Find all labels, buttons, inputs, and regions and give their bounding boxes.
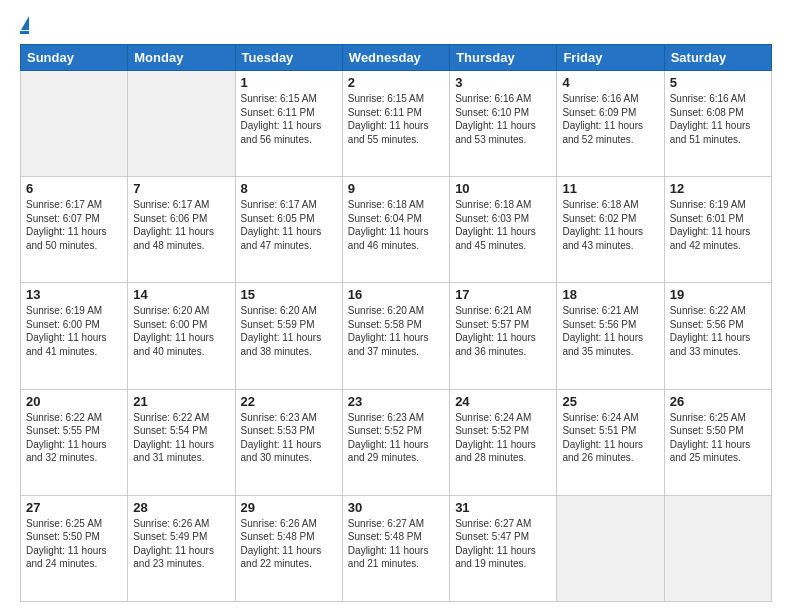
day-number: 30 [348,500,444,515]
calendar-weekday-tuesday: Tuesday [235,45,342,71]
calendar-week-row-3: 13Sunrise: 6:19 AM Sunset: 6:00 PM Dayli… [21,283,772,389]
day-info: Sunrise: 6:17 AM Sunset: 6:07 PM Dayligh… [26,198,122,252]
calendar-table: SundayMondayTuesdayWednesdayThursdayFrid… [20,44,772,602]
calendar-cell-4-4: 23Sunrise: 6:23 AM Sunset: 5:52 PM Dayli… [342,389,449,495]
day-info: Sunrise: 6:20 AM Sunset: 5:58 PM Dayligh… [348,304,444,358]
day-number: 14 [133,287,229,302]
day-info: Sunrise: 6:18 AM Sunset: 6:02 PM Dayligh… [562,198,658,252]
page: SundayMondayTuesdayWednesdayThursdayFrid… [0,0,792,612]
day-info: Sunrise: 6:23 AM Sunset: 5:52 PM Dayligh… [348,411,444,465]
day-info: Sunrise: 6:17 AM Sunset: 6:06 PM Dayligh… [133,198,229,252]
day-info: Sunrise: 6:20 AM Sunset: 6:00 PM Dayligh… [133,304,229,358]
day-info: Sunrise: 6:20 AM Sunset: 5:59 PM Dayligh… [241,304,337,358]
calendar-cell-3-5: 17Sunrise: 6:21 AM Sunset: 5:57 PM Dayli… [450,283,557,389]
day-number: 22 [241,394,337,409]
day-number: 10 [455,181,551,196]
calendar-weekday-monday: Monday [128,45,235,71]
calendar-header-row: SundayMondayTuesdayWednesdayThursdayFrid… [21,45,772,71]
calendar-cell-3-3: 15Sunrise: 6:20 AM Sunset: 5:59 PM Dayli… [235,283,342,389]
calendar-weekday-thursday: Thursday [450,45,557,71]
calendar-cell-1-1 [21,71,128,177]
day-info: Sunrise: 6:21 AM Sunset: 5:56 PM Dayligh… [562,304,658,358]
day-number: 18 [562,287,658,302]
day-info: Sunrise: 6:25 AM Sunset: 5:50 PM Dayligh… [670,411,766,465]
day-number: 24 [455,394,551,409]
day-number: 15 [241,287,337,302]
calendar-cell-5-6 [557,495,664,601]
calendar-cell-1-3: 1Sunrise: 6:15 AM Sunset: 6:11 PM Daylig… [235,71,342,177]
calendar-cell-1-6: 4Sunrise: 6:16 AM Sunset: 6:09 PM Daylig… [557,71,664,177]
day-number: 2 [348,75,444,90]
day-number: 17 [455,287,551,302]
day-number: 19 [670,287,766,302]
calendar-cell-2-6: 11Sunrise: 6:18 AM Sunset: 6:02 PM Dayli… [557,177,664,283]
day-number: 1 [241,75,337,90]
day-info: Sunrise: 6:25 AM Sunset: 5:50 PM Dayligh… [26,517,122,571]
day-number: 26 [670,394,766,409]
calendar-cell-4-6: 25Sunrise: 6:24 AM Sunset: 5:51 PM Dayli… [557,389,664,495]
day-info: Sunrise: 6:26 AM Sunset: 5:48 PM Dayligh… [241,517,337,571]
day-info: Sunrise: 6:27 AM Sunset: 5:47 PM Dayligh… [455,517,551,571]
calendar-cell-2-1: 6Sunrise: 6:17 AM Sunset: 6:07 PM Daylig… [21,177,128,283]
day-info: Sunrise: 6:23 AM Sunset: 5:53 PM Dayligh… [241,411,337,465]
day-info: Sunrise: 6:17 AM Sunset: 6:05 PM Dayligh… [241,198,337,252]
calendar-week-row-1: 1Sunrise: 6:15 AM Sunset: 6:11 PM Daylig… [21,71,772,177]
day-number: 29 [241,500,337,515]
day-number: 7 [133,181,229,196]
day-info: Sunrise: 6:16 AM Sunset: 6:10 PM Dayligh… [455,92,551,146]
day-number: 28 [133,500,229,515]
calendar-cell-1-7: 5Sunrise: 6:16 AM Sunset: 6:08 PM Daylig… [664,71,771,177]
calendar-cell-2-3: 8Sunrise: 6:17 AM Sunset: 6:05 PM Daylig… [235,177,342,283]
calendar-cell-3-4: 16Sunrise: 6:20 AM Sunset: 5:58 PM Dayli… [342,283,449,389]
calendar-cell-5-2: 28Sunrise: 6:26 AM Sunset: 5:49 PM Dayli… [128,495,235,601]
day-info: Sunrise: 6:16 AM Sunset: 6:09 PM Dayligh… [562,92,658,146]
day-number: 9 [348,181,444,196]
day-number: 4 [562,75,658,90]
day-number: 8 [241,181,337,196]
day-info: Sunrise: 6:19 AM Sunset: 6:01 PM Dayligh… [670,198,766,252]
day-number: 16 [348,287,444,302]
calendar-cell-5-4: 30Sunrise: 6:27 AM Sunset: 5:48 PM Dayli… [342,495,449,601]
logo-underline [20,31,29,34]
day-number: 21 [133,394,229,409]
calendar-weekday-saturday: Saturday [664,45,771,71]
day-number: 3 [455,75,551,90]
day-number: 23 [348,394,444,409]
calendar-cell-3-2: 14Sunrise: 6:20 AM Sunset: 6:00 PM Dayli… [128,283,235,389]
day-info: Sunrise: 6:18 AM Sunset: 6:03 PM Dayligh… [455,198,551,252]
day-info: Sunrise: 6:24 AM Sunset: 5:51 PM Dayligh… [562,411,658,465]
day-number: 25 [562,394,658,409]
logo-name [20,16,29,30]
calendar-week-row-2: 6Sunrise: 6:17 AM Sunset: 6:07 PM Daylig… [21,177,772,283]
logo-triangle-icon [21,16,29,30]
calendar-cell-4-2: 21Sunrise: 6:22 AM Sunset: 5:54 PM Dayli… [128,389,235,495]
calendar-cell-1-4: 2Sunrise: 6:15 AM Sunset: 6:11 PM Daylig… [342,71,449,177]
calendar-cell-4-5: 24Sunrise: 6:24 AM Sunset: 5:52 PM Dayli… [450,389,557,495]
day-number: 12 [670,181,766,196]
calendar-cell-2-2: 7Sunrise: 6:17 AM Sunset: 6:06 PM Daylig… [128,177,235,283]
calendar-cell-1-5: 3Sunrise: 6:16 AM Sunset: 6:10 PM Daylig… [450,71,557,177]
calendar-cell-5-5: 31Sunrise: 6:27 AM Sunset: 5:47 PM Dayli… [450,495,557,601]
day-info: Sunrise: 6:16 AM Sunset: 6:08 PM Dayligh… [670,92,766,146]
day-info: Sunrise: 6:22 AM Sunset: 5:54 PM Dayligh… [133,411,229,465]
day-info: Sunrise: 6:21 AM Sunset: 5:57 PM Dayligh… [455,304,551,358]
calendar-cell-2-5: 10Sunrise: 6:18 AM Sunset: 6:03 PM Dayli… [450,177,557,283]
calendar-week-row-4: 20Sunrise: 6:22 AM Sunset: 5:55 PM Dayli… [21,389,772,495]
calendar-weekday-sunday: Sunday [21,45,128,71]
calendar-cell-1-2 [128,71,235,177]
calendar-cell-2-7: 12Sunrise: 6:19 AM Sunset: 6:01 PM Dayli… [664,177,771,283]
day-info: Sunrise: 6:15 AM Sunset: 6:11 PM Dayligh… [348,92,444,146]
calendar-cell-4-7: 26Sunrise: 6:25 AM Sunset: 5:50 PM Dayli… [664,389,771,495]
day-number: 5 [670,75,766,90]
day-number: 20 [26,394,122,409]
day-info: Sunrise: 6:22 AM Sunset: 5:56 PM Dayligh… [670,304,766,358]
calendar-cell-5-7 [664,495,771,601]
day-info: Sunrise: 6:27 AM Sunset: 5:48 PM Dayligh… [348,517,444,571]
day-info: Sunrise: 6:15 AM Sunset: 6:11 PM Dayligh… [241,92,337,146]
calendar-cell-3-7: 19Sunrise: 6:22 AM Sunset: 5:56 PM Dayli… [664,283,771,389]
calendar-cell-4-3: 22Sunrise: 6:23 AM Sunset: 5:53 PM Dayli… [235,389,342,495]
day-number: 27 [26,500,122,515]
day-number: 6 [26,181,122,196]
day-info: Sunrise: 6:19 AM Sunset: 6:00 PM Dayligh… [26,304,122,358]
header [20,16,772,34]
